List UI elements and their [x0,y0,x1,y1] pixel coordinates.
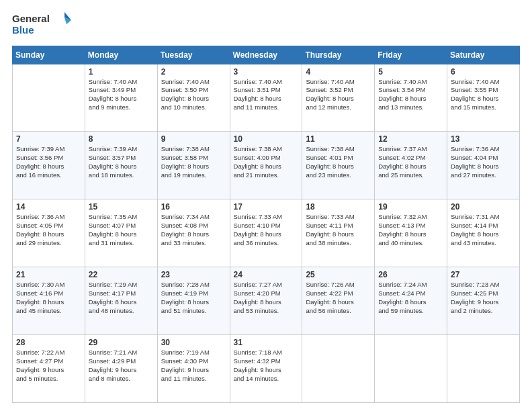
day-number: 31 [234,338,299,347]
calendar-cell [302,335,375,403]
day-number: 23 [161,270,226,279]
calendar-cell: 9Sunrise: 7:38 AMSunset: 3:58 PMDaylight… [157,132,230,199]
page-header: General Blue [12,11,520,39]
day-number: 8 [89,134,154,144]
day-number: 30 [161,338,226,347]
calendar-cell: 3Sunrise: 7:40 AMSunset: 3:51 PMDaylight… [230,64,302,132]
cell-content: Sunrise: 7:40 AMSunset: 3:51 PMDaylight:… [234,78,299,112]
calendar-cell: 28Sunrise: 7:22 AMSunset: 4:27 PMDayligh… [13,335,85,403]
cell-content: Sunrise: 7:34 AMSunset: 4:08 PMDaylight:… [161,213,226,247]
day-number: 5 [378,67,443,77]
calendar-cell: 17Sunrise: 7:33 AMSunset: 4:10 PMDayligh… [230,199,302,267]
cell-content: Sunrise: 7:40 AMSunset: 3:49 PMDaylight:… [89,78,154,112]
calendar-cell: 18Sunrise: 7:33 AMSunset: 4:11 PMDayligh… [302,199,375,267]
cell-content: Sunrise: 7:37 AMSunset: 4:02 PMDaylight:… [378,145,443,179]
day-number: 24 [234,270,299,279]
cell-content: Sunrise: 7:21 AMSunset: 4:29 PMDaylight:… [89,349,154,383]
cell-content: Sunrise: 7:40 AMSunset: 3:50 PMDaylight:… [161,78,226,112]
calendar-cell: 13Sunrise: 7:36 AMSunset: 4:04 PMDayligh… [447,132,520,199]
weekday-header: Friday [375,46,447,64]
cell-content: Sunrise: 7:26 AMSunset: 4:22 PMDaylight:… [306,281,371,315]
calendar-cell: 24Sunrise: 7:27 AMSunset: 4:20 PMDayligh… [230,267,302,335]
cell-content: Sunrise: 7:39 AMSunset: 3:56 PMDaylight:… [16,145,81,179]
day-number: 9 [161,134,226,144]
weekday-header: Monday [85,46,157,64]
day-number: 6 [451,67,516,77]
cell-content: Sunrise: 7:32 AMSunset: 4:13 PMDaylight:… [378,213,443,247]
day-number: 11 [306,134,371,144]
weekday-header: Saturday [447,46,520,64]
calendar-cell: 29Sunrise: 7:21 AMSunset: 4:29 PMDayligh… [85,335,157,403]
calendar-cell: 1Sunrise: 7:40 AMSunset: 3:49 PMDaylight… [85,64,157,132]
cell-content: Sunrise: 7:40 AMSunset: 3:55 PMDaylight:… [451,78,516,112]
cell-content: Sunrise: 7:30 AMSunset: 4:16 PMDaylight:… [16,281,81,315]
calendar-week-row: 14Sunrise: 7:36 AMSunset: 4:05 PMDayligh… [13,199,520,267]
calendar-cell: 27Sunrise: 7:23 AMSunset: 4:25 PMDayligh… [447,267,520,335]
cell-content: Sunrise: 7:38 AMSunset: 4:01 PMDaylight:… [306,145,371,179]
day-number: 1 [89,67,154,77]
day-number: 25 [306,270,371,279]
cell-content: Sunrise: 7:35 AMSunset: 4:07 PMDaylight:… [89,213,154,247]
cell-content: Sunrise: 7:40 AMSunset: 3:54 PMDaylight:… [378,78,443,112]
day-number: 3 [234,67,299,77]
calendar-table: SundayMondayTuesdayWednesdayThursdayFrid… [12,46,520,403]
logo-container: General Blue [12,11,73,39]
calendar-cell: 14Sunrise: 7:36 AMSunset: 4:05 PMDayligh… [13,199,85,267]
calendar-cell: 19Sunrise: 7:32 AMSunset: 4:13 PMDayligh… [375,199,447,267]
day-number: 29 [89,338,154,347]
calendar-cell: 30Sunrise: 7:19 AMSunset: 4:30 PMDayligh… [157,335,230,403]
calendar-cell: 20Sunrise: 7:31 AMSunset: 4:14 PMDayligh… [447,199,520,267]
calendar-week-row: 1Sunrise: 7:40 AMSunset: 3:49 PMDaylight… [13,64,520,132]
calendar-cell: 23Sunrise: 7:28 AMSunset: 4:19 PMDayligh… [157,267,230,335]
day-number: 27 [451,270,516,279]
logo: General Blue [12,11,73,39]
calendar-cell [375,335,447,403]
calendar-cell: 11Sunrise: 7:38 AMSunset: 4:01 PMDayligh… [302,132,375,199]
cell-content: Sunrise: 7:33 AMSunset: 4:10 PMDaylight:… [234,213,299,247]
weekday-header: Sunday [13,46,85,64]
calendar-cell: 16Sunrise: 7:34 AMSunset: 4:08 PMDayligh… [157,199,230,267]
cell-content: Sunrise: 7:27 AMSunset: 4:20 PMDaylight:… [234,281,299,315]
cell-content: Sunrise: 7:38 AMSunset: 4:00 PMDaylight:… [234,145,299,179]
day-number: 7 [16,134,81,144]
day-number: 21 [16,270,81,279]
cell-content: Sunrise: 7:39 AMSunset: 3:57 PMDaylight:… [89,145,154,179]
day-number: 15 [89,202,154,212]
calendar-week-row: 7Sunrise: 7:39 AMSunset: 3:56 PMDaylight… [13,132,520,199]
calendar-cell: 5Sunrise: 7:40 AMSunset: 3:54 PMDaylight… [375,64,447,132]
cell-content: Sunrise: 7:29 AMSunset: 4:17 PMDaylight:… [89,281,154,315]
cell-content: Sunrise: 7:40 AMSunset: 3:52 PMDaylight:… [306,78,371,112]
cell-content: Sunrise: 7:23 AMSunset: 4:25 PMDaylight:… [451,281,516,315]
calendar-cell: 22Sunrise: 7:29 AMSunset: 4:17 PMDayligh… [85,267,157,335]
cell-content: Sunrise: 7:28 AMSunset: 4:19 PMDaylight:… [161,281,226,315]
calendar-cell: 15Sunrise: 7:35 AMSunset: 4:07 PMDayligh… [85,199,157,267]
calendar-cell: 6Sunrise: 7:40 AMSunset: 3:55 PMDaylight… [447,64,520,132]
cell-content: Sunrise: 7:33 AMSunset: 4:11 PMDaylight:… [306,213,371,247]
day-number: 26 [378,270,443,279]
calendar-cell: 21Sunrise: 7:30 AMSunset: 4:16 PMDayligh… [13,267,85,335]
calendar-cell [447,335,520,403]
weekday-header: Wednesday [230,46,302,64]
day-number: 19 [378,202,443,212]
calendar-cell: 26Sunrise: 7:24 AMSunset: 4:24 PMDayligh… [375,267,447,335]
calendar-week-row: 21Sunrise: 7:30 AMSunset: 4:16 PMDayligh… [13,267,520,335]
weekday-header: Thursday [302,46,375,64]
calendar-cell: 12Sunrise: 7:37 AMSunset: 4:02 PMDayligh… [375,132,447,199]
day-number: 12 [378,134,443,144]
calendar-cell [13,64,85,132]
cell-content: Sunrise: 7:24 AMSunset: 4:24 PMDaylight:… [378,281,443,315]
cell-content: Sunrise: 7:18 AMSunset: 4:32 PMDaylight:… [234,349,299,383]
cell-content: Sunrise: 7:38 AMSunset: 3:58 PMDaylight:… [161,145,226,179]
day-number: 18 [306,202,371,212]
calendar-cell: 8Sunrise: 7:39 AMSunset: 3:57 PMDaylight… [85,132,157,199]
day-number: 28 [16,338,81,347]
day-number: 13 [451,134,516,144]
logo-svg: General Blue [12,11,73,36]
calendar-cell: 4Sunrise: 7:40 AMSunset: 3:52 PMDaylight… [302,64,375,132]
day-number: 22 [89,270,154,279]
cell-content: Sunrise: 7:19 AMSunset: 4:30 PMDaylight:… [161,349,226,383]
svg-text:General: General [12,13,50,24]
cell-content: Sunrise: 7:36 AMSunset: 4:05 PMDaylight:… [16,213,81,247]
day-number: 14 [16,202,81,212]
weekday-header: Tuesday [157,46,230,64]
